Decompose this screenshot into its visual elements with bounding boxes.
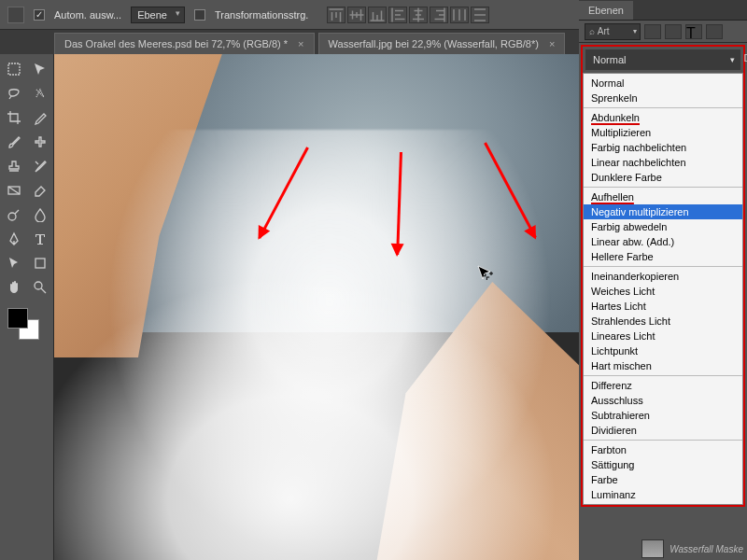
blend-mode-option[interactable]: Farbig nachbelichten [584, 140, 742, 155]
document-tab[interactable]: Das Orakel des Meeres.psd bei 72,7% (RGB… [54, 33, 315, 54]
gradient-tool-icon[interactable] [2, 179, 26, 202]
layer-row[interactable]: Wasserfall Maske [641, 539, 743, 558]
toolbox [0, 54, 54, 560]
foreground-color-swatch[interactable] [7, 308, 28, 329]
blend-mode-option[interactable]: Farbe [584, 472, 742, 487]
move-cursor-icon [476, 264, 495, 283]
brush-tool-icon[interactable] [2, 131, 26, 153]
blend-mode-option[interactable]: Ineinanderkopieren [584, 269, 742, 284]
transform-controls-checkbox[interactable] [194, 9, 205, 21]
distribute-h-icon[interactable] [450, 7, 469, 23]
pen-tool-icon[interactable] [2, 228, 26, 250]
blend-mode-option[interactable]: Aufhellen [584, 189, 742, 204]
blend-mode-option[interactable]: Negativ multiplizieren [584, 204, 742, 219]
blend-mode-panel: Normal Dec NormalSprenkelnAbdunkelnMulti… [581, 45, 745, 507]
svg-rect-3 [35, 259, 45, 268]
close-icon[interactable]: × [298, 38, 303, 49]
blend-mode-option[interactable]: Hellere Farbe [584, 249, 742, 264]
filter-shape-icon[interactable] [706, 24, 723, 39]
filter-adjust-icon[interactable] [665, 24, 682, 39]
filter-type-icon[interactable]: T [685, 24, 702, 39]
align-right-icon[interactable] [430, 7, 448, 23]
blend-mode-option[interactable]: Luminanz [584, 487, 742, 502]
blend-mode-option[interactable]: Abdunkeln [584, 110, 742, 125]
tab-ebenen[interactable]: Ebenen [579, 1, 633, 20]
blend-mode-option[interactable]: Differenz [584, 378, 742, 393]
blend-mode-option[interactable]: Subtrahieren [584, 408, 742, 423]
crop-tool-icon[interactable] [2, 106, 26, 129]
layer-name: Wasserfall Maske [669, 544, 743, 554]
hand-tool-icon[interactable] [2, 276, 26, 299]
blur-tool-icon[interactable] [28, 203, 52, 226]
svg-point-2 [8, 213, 16, 220]
layer-filter-label: Art [598, 26, 610, 36]
blend-mode-option[interactable]: Farbig abwedeln [584, 219, 742, 234]
auto-select-checkbox[interactable] [34, 9, 45, 21]
document-tab[interactable]: Wasserfall.jpg bei 22,9% (Wasserfall, RG… [318, 33, 566, 54]
svg-point-4 [35, 282, 42, 289]
svg-rect-0 [8, 63, 20, 75]
type-tool-icon[interactable] [28, 228, 52, 250]
blend-mode-option[interactable]: Sprenkeln [584, 91, 742, 105]
right-panels: Ebenen ⌕ Art T Normal Dec NormalSprenkel… [579, 0, 747, 560]
blend-mode-option[interactable]: Ausschluss [584, 393, 742, 408]
transform-controls-label: Transformationsstrg. [215, 9, 308, 21]
blend-mode-option[interactable]: Strahlendes Licht [584, 314, 742, 329]
path-select-tool-icon[interactable] [2, 252, 26, 274]
blend-mode-option[interactable]: Normal [584, 76, 742, 91]
canvas[interactable] [54, 54, 579, 560]
lasso-tool-icon[interactable] [2, 82, 26, 105]
eraser-tool-icon[interactable] [28, 179, 52, 202]
opacity-label-clip: Dec [743, 52, 747, 63]
healing-tool-icon[interactable] [28, 131, 52, 153]
blend-mode-option[interactable]: Lichtpunkt [584, 343, 742, 358]
blend-mode-option[interactable]: Sättigung [584, 457, 742, 472]
blend-mode-list[interactable]: NormalSprenkelnAbdunkelnMultiplizierenFa… [583, 73, 743, 505]
blend-mode-option[interactable]: Lineares Licht [584, 329, 742, 343]
search-icon: ⌕ [589, 26, 595, 36]
layer-thumbnail [641, 539, 664, 558]
blend-mode-option[interactable]: Farbton [584, 442, 742, 457]
document-tab-label: Das Orakel des Meeres.psd bei 72,7% (RGB… [64, 38, 288, 49]
distribute-v-icon[interactable] [471, 7, 489, 23]
blend-mode-option[interactable]: Dividieren [584, 423, 742, 438]
shape-tool-icon[interactable] [28, 252, 52, 274]
blend-mode-option[interactable]: Hartes Licht [584, 299, 742, 314]
blend-mode-option[interactable]: Linear nachbelichten [584, 155, 742, 170]
dodge-tool-icon[interactable] [2, 203, 26, 226]
align-top-icon[interactable] [327, 7, 345, 23]
quick-select-tool-icon[interactable] [28, 82, 52, 105]
color-swatches[interactable] [0, 308, 53, 345]
blend-mode-current: Normal [593, 54, 626, 65]
layer-filter-row: ⌕ Art T [579, 21, 747, 43]
marquee-tool-icon[interactable] [2, 58, 26, 80]
document-tab-label: Wasserfall.jpg bei 22,9% (Wasserfall, RG… [329, 38, 539, 49]
close-icon[interactable]: × [549, 38, 555, 49]
align-hcenter-icon[interactable] [409, 7, 428, 23]
zoom-tool-icon[interactable] [28, 276, 52, 299]
history-brush-tool-icon[interactable] [28, 155, 52, 177]
blend-mode-option[interactable]: Linear abw. (Add.) [584, 234, 742, 249]
panel-tab-bar: Ebenen [579, 0, 747, 21]
blend-mode-option[interactable]: Hart mischen [584, 358, 742, 373]
blend-mode-option[interactable]: Weiches Licht [584, 284, 742, 299]
align-left-icon[interactable] [388, 7, 407, 23]
align-bottom-icon[interactable] [368, 7, 387, 23]
blend-mode-option[interactable]: Dunklere Farbe [584, 170, 742, 185]
move-tool-indicator-icon [7, 7, 24, 23]
blend-mode-dropdown[interactable]: Normal [585, 49, 740, 70]
layer-filter-dropdown[interactable]: ⌕ Art [585, 23, 641, 40]
stamp-tool-icon[interactable] [2, 155, 26, 177]
auto-select-target-dropdown[interactable]: Ebene [131, 7, 185, 23]
document-image [54, 54, 579, 560]
eyedropper-tool-icon[interactable] [28, 106, 52, 129]
align-buttons [327, 7, 489, 23]
align-vcenter-icon[interactable] [347, 7, 366, 23]
auto-select-label: Autom. ausw... [54, 9, 121, 21]
move-tool-icon[interactable] [28, 58, 52, 80]
blend-mode-option[interactable]: Multiplizieren [584, 125, 742, 140]
filter-pixel-icon[interactable] [644, 24, 661, 39]
